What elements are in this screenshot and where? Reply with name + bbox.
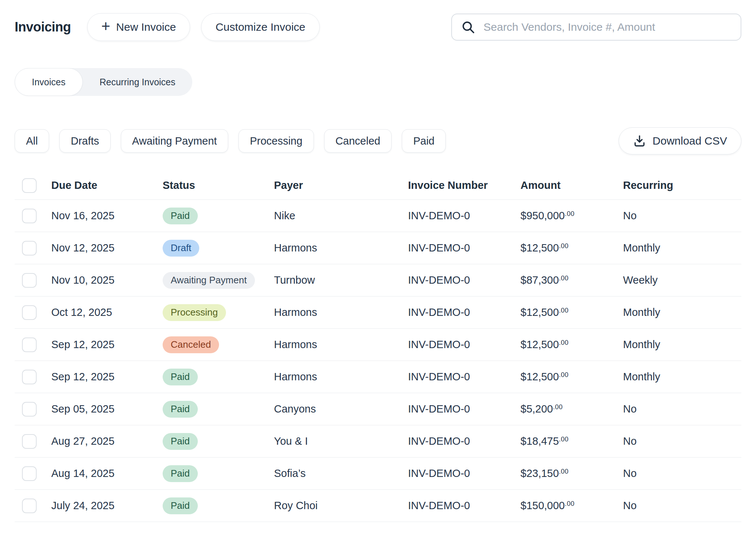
col-header-payer: Payer bbox=[274, 179, 408, 191]
row-checkbox[interactable] bbox=[22, 499, 37, 513]
invoice-number-cell: INV-DEMO-0 bbox=[408, 435, 520, 447]
due-date-cell: Aug 14, 2025 bbox=[51, 467, 163, 480]
amount-cents: .00 bbox=[565, 500, 575, 507]
recurring-cell: No bbox=[623, 467, 741, 480]
col-header-invoice-number: Invoice Number bbox=[408, 179, 520, 191]
payer-cell: Turnbow bbox=[274, 274, 408, 286]
table-row[interactable]: Sep 05, 2025 Paid Canyons INV-DEMO-0 $5,… bbox=[15, 393, 741, 425]
amount-main: $23,150 bbox=[520, 467, 559, 479]
status-badge: Paid bbox=[163, 465, 198, 482]
table-row[interactable]: Nov 16, 2025 Paid Nike INV-DEMO-0 $950,0… bbox=[15, 200, 741, 232]
due-date-cell: Oct 12, 2025 bbox=[51, 306, 163, 318]
table-row[interactable]: July 24, 2025 Paid Roy Choi INV-DEMO-0 $… bbox=[15, 490, 741, 522]
row-checkbox[interactable] bbox=[22, 305, 37, 320]
customize-invoice-button[interactable]: Customize Invoice bbox=[201, 13, 319, 41]
plus-icon: + bbox=[101, 19, 111, 34]
filter-drafts[interactable]: Drafts bbox=[59, 129, 110, 153]
tab-invoices[interactable]: Invoices bbox=[15, 68, 83, 96]
select-all-cell bbox=[22, 178, 51, 193]
row-checkbox[interactable] bbox=[22, 273, 37, 288]
checkbox-cell bbox=[22, 337, 51, 352]
table-row[interactable]: Sep 12, 2025 Canceled Harmons INV-DEMO-0… bbox=[15, 329, 741, 361]
row-checkbox[interactable] bbox=[22, 466, 37, 481]
amount-cents: .00 bbox=[559, 242, 569, 250]
new-invoice-label: New Invoice bbox=[116, 21, 176, 33]
due-date-cell: Nov 12, 2025 bbox=[51, 242, 163, 254]
amount-cell: $18,475.00 bbox=[520, 435, 623, 447]
amount-cents: .00 bbox=[559, 371, 569, 378]
due-date-cell: July 24, 2025 bbox=[51, 500, 163, 512]
amount-cell: $5,200.00 bbox=[520, 403, 623, 415]
due-date-cell: Sep 12, 2025 bbox=[51, 339, 163, 351]
invoice-number-cell: INV-DEMO-0 bbox=[408, 500, 520, 512]
amount-main: $18,475 bbox=[520, 435, 559, 447]
top-bar: Invoicing + New Invoice Customize Invoic… bbox=[15, 13, 741, 41]
row-checkbox[interactable] bbox=[22, 370, 37, 384]
filter-paid[interactable]: Paid bbox=[402, 129, 446, 153]
checkbox-cell bbox=[22, 241, 51, 255]
recurring-cell: No bbox=[623, 500, 741, 512]
download-csv-button[interactable]: Download CSV bbox=[619, 127, 741, 154]
filter-all[interactable]: All bbox=[15, 129, 49, 153]
checkbox-cell bbox=[22, 499, 51, 513]
invoice-number-cell: INV-DEMO-0 bbox=[408, 403, 520, 415]
filter-canceled[interactable]: Canceled bbox=[324, 129, 392, 153]
invoicing-page: Invoicing + New Invoice Customize Invoic… bbox=[0, 0, 756, 522]
select-all-checkbox[interactable] bbox=[22, 178, 37, 193]
amount-main: $12,500 bbox=[520, 371, 559, 383]
table-row[interactable]: Aug 27, 2025 Paid You & I INV-DEMO-0 $18… bbox=[15, 425, 741, 458]
recurring-cell: Monthly bbox=[623, 339, 741, 351]
table-row[interactable]: Nov 12, 2025 Draft Harmons INV-DEMO-0 $1… bbox=[15, 232, 741, 264]
amount-cell: $87,300.00 bbox=[520, 274, 623, 286]
recurring-cell: Monthly bbox=[623, 371, 741, 383]
amount-cell: $12,500.00 bbox=[520, 339, 623, 351]
filter-awaiting-payment[interactable]: Awaiting Payment bbox=[121, 129, 229, 153]
amount-main: $12,500 bbox=[520, 339, 559, 350]
status-cell: Canceled bbox=[163, 336, 274, 353]
checkbox-cell bbox=[22, 370, 51, 384]
due-date-cell: Sep 05, 2025 bbox=[51, 403, 163, 415]
amount-main: $150,000 bbox=[520, 500, 565, 511]
amount-cents: .00 bbox=[559, 468, 569, 475]
payer-cell: Roy Choi bbox=[274, 500, 408, 512]
due-date-cell: Nov 10, 2025 bbox=[51, 274, 163, 286]
filter-processing[interactable]: Processing bbox=[238, 129, 314, 153]
row-checkbox[interactable] bbox=[22, 434, 37, 449]
recurring-cell: Monthly bbox=[623, 306, 741, 318]
payer-cell: Sofia’s bbox=[274, 467, 408, 480]
amount-cents: .00 bbox=[565, 210, 575, 217]
new-invoice-button[interactable]: + New Invoice bbox=[87, 13, 190, 41]
col-header-status: Status bbox=[163, 179, 274, 191]
row-checkbox[interactable] bbox=[22, 209, 37, 223]
checkbox-cell bbox=[22, 273, 51, 288]
customize-invoice-label: Customize Invoice bbox=[215, 21, 305, 33]
status-badge: Draft bbox=[163, 240, 199, 257]
checkbox-cell bbox=[22, 305, 51, 320]
row-checkbox[interactable] bbox=[22, 241, 37, 255]
row-checkbox[interactable] bbox=[22, 402, 37, 417]
search-box[interactable] bbox=[451, 14, 741, 41]
table-row[interactable]: Aug 14, 2025 Paid Sofia’s INV-DEMO-0 $23… bbox=[15, 458, 741, 490]
table-row[interactable]: Oct 12, 2025 Processing Harmons INV-DEMO… bbox=[15, 296, 741, 329]
recurring-cell: No bbox=[623, 210, 741, 222]
recurring-cell: No bbox=[623, 403, 741, 415]
search-input[interactable] bbox=[483, 20, 732, 34]
payer-cell: Harmons bbox=[274, 242, 408, 254]
amount-cents: .00 bbox=[553, 403, 563, 411]
download-icon bbox=[633, 134, 646, 148]
due-date-cell: Sep 12, 2025 bbox=[51, 371, 163, 383]
table-row[interactable]: Nov 10, 2025 Awaiting Payment Turnbow IN… bbox=[15, 264, 741, 296]
amount-cell: $12,500.00 bbox=[520, 242, 623, 254]
checkbox-cell bbox=[22, 402, 51, 417]
row-checkbox[interactable] bbox=[22, 337, 37, 352]
status-cell: Processing bbox=[163, 304, 274, 321]
status-cell: Paid bbox=[163, 401, 274, 418]
amount-cell: $12,500.00 bbox=[520, 371, 623, 383]
page-title: Invoicing bbox=[15, 19, 71, 35]
status-badge: Awaiting Payment bbox=[163, 272, 255, 289]
status-badge: Paid bbox=[163, 208, 198, 224]
tab-recurring-invoices[interactable]: Recurring Invoices bbox=[83, 68, 192, 96]
status-cell: Paid bbox=[163, 497, 274, 514]
table-row[interactable]: Sep 12, 2025 Paid Harmons INV-DEMO-0 $12… bbox=[15, 361, 741, 393]
amount-main: $12,500 bbox=[520, 306, 559, 318]
